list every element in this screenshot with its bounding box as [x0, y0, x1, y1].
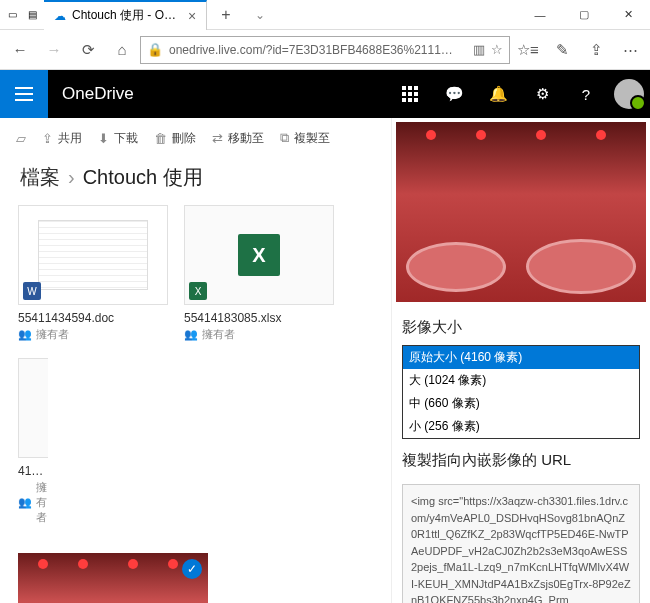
share-cmd-icon: ⇪ [42, 131, 53, 146]
size-option[interactable]: 大 (1024 像素) [403, 369, 639, 392]
excel-icon: X [238, 234, 280, 276]
window-titlebar: ▭ ▤ ☁ Chtouch 使用 - OneDriv × + ⌄ — ▢ ✕ [0, 0, 650, 30]
url-text: onedrive.live.com/?id=7E3D31BFB4688E36%2… [169, 43, 467, 57]
open-button[interactable]: ▱ [16, 131, 26, 146]
share-icon[interactable]: ⇪ [580, 34, 612, 66]
embed-code-box[interactable]: <img src="https://x3aqzw-ch3301.files.1d… [402, 484, 640, 603]
file-owner: 擁有者 [36, 327, 69, 342]
tab-title: Chtouch 使用 - OneDriv [72, 7, 182, 24]
breadcrumb-root[interactable]: 檔案 [20, 164, 60, 191]
share-button[interactable]: ⇪共用 [42, 130, 82, 147]
file-tile[interactable]: W 55411434594.doc 👥擁有者 [18, 205, 168, 342]
file-tile[interactable]: X 4102118 👥擁有者 [18, 358, 48, 525]
command-bar: ▱ ⇪共用 ⬇下載 🗑刪除 ⇄移動至 ⧉複製至 [0, 118, 391, 158]
svg-rect-6 [402, 92, 406, 96]
file-tile[interactable]: XX 55414183085.xlsx 👥擁有者 [184, 205, 334, 342]
photo-tile-selected[interactable]: ✓ [18, 553, 208, 603]
close-window-button[interactable]: ✕ [606, 0, 650, 30]
browser-tab[interactable]: ☁ Chtouch 使用 - OneDriv × [44, 0, 207, 30]
share-label: 共用 [58, 130, 82, 147]
people-icon: 👥 [18, 328, 32, 341]
people-icon: 👥 [184, 328, 198, 341]
svg-rect-11 [414, 98, 418, 102]
svg-rect-10 [408, 98, 412, 102]
download-button[interactable]: ⬇下載 [98, 130, 138, 147]
copy-icon: ⧉ [280, 130, 289, 146]
help-icon[interactable]: ? [564, 70, 608, 118]
svg-rect-4 [408, 86, 412, 90]
trash-icon: 🗑 [154, 131, 167, 146]
selected-check-icon[interactable]: ✓ [182, 559, 202, 579]
app-launcher-icon[interactable] [0, 70, 48, 118]
excel-badge-icon: X [189, 282, 207, 300]
size-option[interactable]: 小 (256 像素) [403, 415, 639, 438]
moveto-button[interactable]: ⇄移動至 [212, 130, 264, 147]
tab-chevron-icon[interactable]: ⌄ [245, 8, 275, 22]
delete-button[interactable]: 🗑刪除 [154, 130, 196, 147]
home-button[interactable]: ⌂ [106, 34, 138, 66]
svg-rect-5 [414, 86, 418, 90]
svg-rect-9 [402, 98, 406, 102]
apps-grid-icon[interactable] [388, 70, 432, 118]
favorites-hub-icon[interactable]: ☆≡ [512, 34, 544, 66]
onedrive-favicon-icon: ☁ [54, 9, 66, 23]
reading-view-icon[interactable]: ▥ [473, 42, 485, 57]
avatar[interactable] [614, 79, 644, 109]
address-bar: ← → ⟳ ⌂ 🔒 onedrive.live.com/?id=7E3D31BF… [0, 30, 650, 70]
move-icon: ⇄ [212, 131, 223, 146]
svg-rect-0 [15, 87, 33, 89]
image-size-header: 影像大小 [392, 306, 650, 345]
breadcrumb: 檔案 › Chtouch 使用 [0, 158, 391, 205]
url-input[interactable]: 🔒 onedrive.live.com/?id=7E3D31BFB4688E36… [140, 36, 510, 64]
copyto-button[interactable]: ⧉複製至 [280, 130, 330, 147]
file-name: 4102118 [18, 464, 48, 478]
main-pane: ▱ ⇪共用 ⬇下載 🗑刪除 ⇄移動至 ⧉複製至 檔案 › Chtouch 使用 … [0, 118, 392, 603]
open-icon: ▱ [16, 131, 26, 146]
download-label: 下載 [114, 130, 138, 147]
lock-icon: 🔒 [147, 42, 163, 57]
maximize-button[interactable]: ▢ [562, 0, 606, 30]
onedrive-header: OneDrive 💬 🔔 ⚙ ? [0, 70, 650, 118]
brand-label: OneDrive [48, 84, 134, 104]
size-option[interactable]: 中 (660 像素) [403, 392, 639, 415]
svg-rect-8 [414, 92, 418, 96]
breadcrumb-current: Chtouch 使用 [83, 164, 203, 191]
taskview2-icon[interactable]: ▤ [24, 7, 40, 23]
chat-icon[interactable]: 💬 [432, 70, 476, 118]
preview-image [396, 122, 646, 302]
notes-icon[interactable]: ✎ [546, 34, 578, 66]
embed-url-header: 複製指向內嵌影像的 URL [392, 439, 650, 478]
svg-rect-7 [408, 92, 412, 96]
file-name: 55411434594.doc [18, 311, 168, 325]
moveto-label: 移動至 [228, 130, 264, 147]
favorite-icon[interactable]: ☆ [491, 42, 503, 57]
back-button[interactable]: ← [4, 34, 36, 66]
file-owner: 擁有者 [202, 327, 235, 342]
refresh-button[interactable]: ⟳ [72, 34, 104, 66]
forward-button[interactable]: → [38, 34, 70, 66]
taskview-icon[interactable]: ▭ [4, 7, 20, 23]
svg-rect-3 [402, 86, 406, 90]
svg-rect-2 [15, 99, 33, 101]
download-icon: ⬇ [98, 131, 109, 146]
size-select[interactable]: 原始大小 (4160 像素) 大 (1024 像素) 中 (660 像素) 小 … [402, 345, 640, 439]
new-tab-button[interactable]: + [211, 6, 240, 24]
close-tab-icon[interactable]: × [188, 8, 196, 24]
more-icon[interactable]: ⋯ [614, 34, 646, 66]
chevron-right-icon: › [68, 166, 75, 189]
file-owner: 擁有者 [36, 480, 48, 525]
file-name: 55414183085.xlsx [184, 311, 334, 325]
size-option[interactable]: 原始大小 (4160 像素) [403, 346, 639, 369]
copyto-label: 複製至 [294, 130, 330, 147]
people-icon: 👥 [18, 496, 32, 509]
minimize-button[interactable]: — [518, 0, 562, 30]
svg-rect-1 [15, 93, 33, 95]
details-panel: 影像大小 原始大小 (4160 像素) 大 (1024 像素) 中 (660 像… [392, 118, 650, 603]
settings-icon[interactable]: ⚙ [520, 70, 564, 118]
notification-icon[interactable]: 🔔 [476, 70, 520, 118]
delete-label: 刪除 [172, 130, 196, 147]
word-badge-icon: W [23, 282, 41, 300]
